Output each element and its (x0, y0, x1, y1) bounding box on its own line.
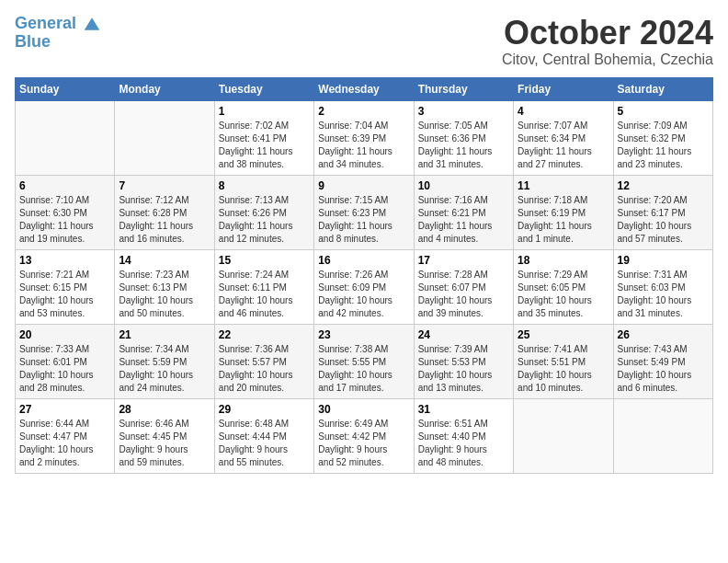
day-number: 1 (219, 105, 310, 118)
day-info: Sunrise: 7:18 AM Sunset: 6:19 PM Dayligh… (518, 194, 609, 246)
day-info: Sunrise: 7:33 AM Sunset: 6:01 PM Dayligh… (19, 343, 110, 395)
day-number: 29 (219, 403, 310, 416)
weekday-thursday: Thursday (414, 77, 513, 100)
day-info: Sunrise: 7:13 AM Sunset: 6:26 PM Dayligh… (219, 194, 310, 246)
day-number: 20 (19, 328, 110, 341)
day-info: Sunrise: 7:15 AM Sunset: 6:23 PM Dayligh… (318, 194, 409, 246)
calendar-cell: 19Sunrise: 7:31 AM Sunset: 6:03 PM Dayli… (613, 249, 712, 324)
svg-marker-0 (85, 18, 100, 30)
day-info: Sunrise: 7:24 AM Sunset: 6:11 PM Dayligh… (219, 269, 310, 320)
day-info: Sunrise: 7:41 AM Sunset: 5:51 PM Dayligh… (518, 343, 609, 395)
day-number: 31 (418, 403, 509, 416)
day-number: 23 (318, 328, 409, 341)
logo: General Blue (15, 15, 101, 52)
calendar-cell: 7Sunrise: 7:12 AM Sunset: 6:28 PM Daylig… (115, 175, 214, 249)
calendar-cell: 20Sunrise: 7:33 AM Sunset: 6:01 PM Dayli… (16, 324, 115, 398)
day-info: Sunrise: 6:48 AM Sunset: 4:44 PM Dayligh… (219, 418, 310, 469)
calendar-cell: 12Sunrise: 7:20 AM Sunset: 6:17 PM Dayli… (613, 175, 712, 249)
calendar-cell: 24Sunrise: 7:39 AM Sunset: 5:53 PM Dayli… (414, 324, 513, 398)
weekday-friday: Friday (514, 77, 613, 100)
day-info: Sunrise: 6:44 AM Sunset: 4:47 PM Dayligh… (19, 418, 110, 469)
month-title: October 2024 (502, 15, 713, 52)
calendar-cell (16, 100, 115, 175)
weekday-header-row: SundayMondayTuesdayWednesdayThursdayFrid… (16, 77, 713, 100)
day-number: 11 (518, 179, 609, 192)
calendar-cell: 13Sunrise: 7:21 AM Sunset: 6:15 PM Dayli… (16, 249, 115, 324)
calendar-cell: 15Sunrise: 7:24 AM Sunset: 6:11 PM Dayli… (214, 249, 313, 324)
day-number: 18 (518, 254, 609, 267)
logo-icon (83, 15, 101, 33)
day-info: Sunrise: 7:20 AM Sunset: 6:17 PM Dayligh… (618, 194, 709, 246)
day-info: Sunrise: 7:09 AM Sunset: 6:32 PM Dayligh… (618, 120, 709, 171)
day-number: 21 (119, 328, 210, 341)
day-number: 10 (418, 179, 509, 192)
calendar-cell: 31Sunrise: 6:51 AM Sunset: 4:40 PM Dayli… (414, 398, 513, 473)
day-info: Sunrise: 7:12 AM Sunset: 6:28 PM Dayligh… (119, 194, 210, 246)
calendar-cell: 25Sunrise: 7:41 AM Sunset: 5:51 PM Dayli… (514, 324, 613, 398)
calendar-cell: 22Sunrise: 7:36 AM Sunset: 5:57 PM Dayli… (214, 324, 313, 398)
day-info: Sunrise: 7:04 AM Sunset: 6:39 PM Dayligh… (318, 120, 409, 171)
day-number: 25 (518, 328, 609, 341)
day-number: 17 (418, 254, 509, 267)
day-info: Sunrise: 6:51 AM Sunset: 4:40 PM Dayligh… (418, 418, 509, 469)
calendar-cell: 17Sunrise: 7:28 AM Sunset: 6:07 PM Dayli… (414, 249, 513, 324)
calendar-cell: 26Sunrise: 7:43 AM Sunset: 5:49 PM Dayli… (613, 324, 712, 398)
day-number: 26 (618, 328, 709, 341)
day-number: 4 (518, 105, 609, 118)
calendar-cell: 10Sunrise: 7:16 AM Sunset: 6:21 PM Dayli… (414, 175, 513, 249)
day-number: 5 (618, 105, 709, 118)
day-info: Sunrise: 7:34 AM Sunset: 5:59 PM Dayligh… (119, 343, 210, 395)
day-number: 22 (219, 328, 310, 341)
calendar-cell: 28Sunrise: 6:46 AM Sunset: 4:45 PM Dayli… (115, 398, 214, 473)
location: Citov, Central Bohemia, Czechia (502, 52, 713, 68)
day-number: 16 (318, 254, 409, 267)
page-header: General Blue October 2024 Citov, Central… (15, 15, 713, 68)
week-row-4: 20Sunrise: 7:33 AM Sunset: 6:01 PM Dayli… (16, 324, 713, 398)
day-info: Sunrise: 6:49 AM Sunset: 4:42 PM Dayligh… (318, 418, 409, 469)
day-number: 14 (119, 254, 210, 267)
day-number: 30 (318, 403, 409, 416)
weekday-sunday: Sunday (16, 77, 115, 100)
calendar-cell (115, 100, 214, 175)
calendar-cell (613, 398, 712, 473)
logo-blue: Blue (15, 33, 101, 52)
logo-text: General (15, 15, 101, 33)
day-number: 12 (618, 179, 709, 192)
calendar-cell: 3Sunrise: 7:05 AM Sunset: 6:36 PM Daylig… (414, 100, 513, 175)
week-row-3: 13Sunrise: 7:21 AM Sunset: 6:15 PM Dayli… (16, 249, 713, 324)
day-info: Sunrise: 7:43 AM Sunset: 5:49 PM Dayligh… (618, 343, 709, 395)
week-row-1: 1Sunrise: 7:02 AM Sunset: 6:41 PM Daylig… (16, 100, 713, 175)
calendar-cell: 18Sunrise: 7:29 AM Sunset: 6:05 PM Dayli… (514, 249, 613, 324)
weekday-wednesday: Wednesday (314, 77, 414, 100)
day-number: 3 (418, 105, 509, 118)
weekday-monday: Monday (115, 77, 214, 100)
calendar-cell: 16Sunrise: 7:26 AM Sunset: 6:09 PM Dayli… (314, 249, 414, 324)
calendar-cell: 2Sunrise: 7:04 AM Sunset: 6:39 PM Daylig… (314, 100, 414, 175)
day-info: Sunrise: 7:07 AM Sunset: 6:34 PM Dayligh… (518, 120, 609, 171)
calendar-cell: 4Sunrise: 7:07 AM Sunset: 6:34 PM Daylig… (514, 100, 613, 175)
day-info: Sunrise: 7:10 AM Sunset: 6:30 PM Dayligh… (19, 194, 110, 246)
day-number: 8 (219, 179, 310, 192)
day-number: 7 (119, 179, 210, 192)
day-number: 13 (19, 254, 110, 267)
day-info: Sunrise: 7:39 AM Sunset: 5:53 PM Dayligh… (418, 343, 509, 395)
day-info: Sunrise: 7:26 AM Sunset: 6:09 PM Dayligh… (318, 269, 409, 320)
calendar-cell: 8Sunrise: 7:13 AM Sunset: 6:26 PM Daylig… (214, 175, 313, 249)
calendar-cell (514, 398, 613, 473)
title-section: October 2024 Citov, Central Bohemia, Cze… (502, 15, 713, 68)
calendar-table: SundayMondayTuesdayWednesdayThursdayFrid… (15, 77, 713, 474)
day-info: Sunrise: 7:16 AM Sunset: 6:21 PM Dayligh… (418, 194, 509, 246)
calendar-cell: 21Sunrise: 7:34 AM Sunset: 5:59 PM Dayli… (115, 324, 214, 398)
day-info: Sunrise: 7:29 AM Sunset: 6:05 PM Dayligh… (518, 269, 609, 320)
day-number: 19 (618, 254, 709, 267)
day-info: Sunrise: 7:23 AM Sunset: 6:13 PM Dayligh… (119, 269, 210, 320)
week-row-2: 6Sunrise: 7:10 AM Sunset: 6:30 PM Daylig… (16, 175, 713, 249)
calendar-cell: 11Sunrise: 7:18 AM Sunset: 6:19 PM Dayli… (514, 175, 613, 249)
day-number: 24 (418, 328, 509, 341)
calendar-cell: 5Sunrise: 7:09 AM Sunset: 6:32 PM Daylig… (613, 100, 712, 175)
calendar-cell: 14Sunrise: 7:23 AM Sunset: 6:13 PM Dayli… (115, 249, 214, 324)
calendar-cell: 30Sunrise: 6:49 AM Sunset: 4:42 PM Dayli… (314, 398, 414, 473)
calendar-cell: 6Sunrise: 7:10 AM Sunset: 6:30 PM Daylig… (16, 175, 115, 249)
day-number: 6 (19, 179, 110, 192)
day-info: Sunrise: 7:31 AM Sunset: 6:03 PM Dayligh… (618, 269, 709, 320)
